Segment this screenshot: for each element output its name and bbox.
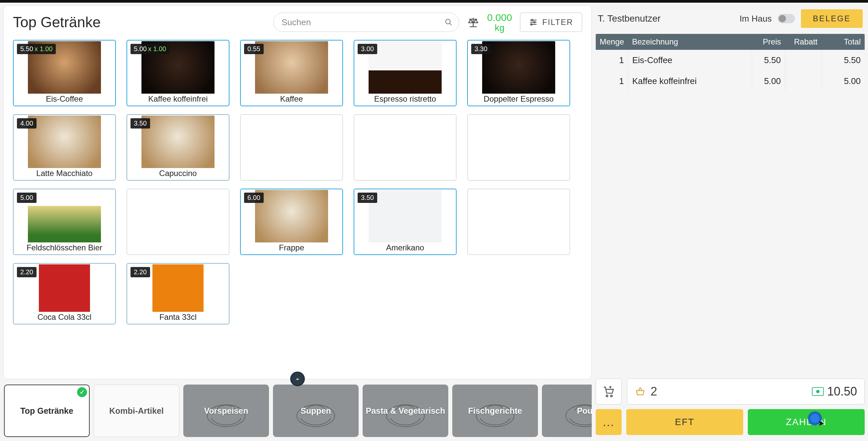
- product-price: 3.00: [361, 45, 374, 53]
- product-slot-empty: [240, 114, 343, 181]
- product-price: 5.00: [134, 45, 147, 53]
- category-card[interactable]: Pou: [542, 384, 592, 437]
- sliders-icon: [529, 18, 537, 27]
- category-card[interactable]: Vorspeisen: [183, 384, 269, 437]
- product-slot-empty: [126, 189, 229, 255]
- basket-icon: [634, 386, 646, 397]
- svg-point-16: [816, 390, 819, 393]
- scale-icon[interactable]: [467, 16, 479, 28]
- product-label: Coca Cola 33cl: [13, 312, 115, 322]
- product-qty: x 1.00: [34, 45, 53, 53]
- product-label: Kaffee: [241, 94, 342, 104]
- svg-point-3: [532, 20, 533, 21]
- os-topbar: [0, 0, 868, 3]
- price-badge: 2.20: [130, 267, 150, 277]
- product-label: Latte Macchiato: [13, 168, 115, 178]
- category-label: Top Getränke: [20, 406, 73, 416]
- product-card[interactable]: 2.20Coca Cola 33cl: [13, 263, 116, 324]
- product-price: 3.30: [474, 45, 488, 53]
- weight-display: 0.000 kg: [487, 12, 512, 33]
- svg-point-13: [606, 395, 608, 397]
- cell-total: 5.50: [822, 50, 865, 71]
- product-card[interactable]: 6.00Frappe: [240, 189, 343, 255]
- price-badge: 3.30: [471, 44, 491, 54]
- product-slot-empty: [354, 114, 457, 181]
- cell-qty: 1: [596, 71, 628, 92]
- price-badge: 6.00: [244, 193, 264, 203]
- location-toggle[interactable]: [778, 14, 795, 23]
- cell-price: 5.00: [752, 71, 785, 92]
- col-discount: Rabatt: [785, 34, 822, 50]
- cart-button[interactable]: [596, 379, 622, 405]
- table-row[interactable]: 1Kaffee koffeinfrei5.005.00: [596, 71, 865, 92]
- svg-line-1: [450, 23, 452, 25]
- order-table: Menge Bezeichnung Preis Rabatt Total 1Ei…: [596, 34, 865, 92]
- product-label: Eis-Coffee: [13, 94, 115, 104]
- category-card[interactable]: Fischgerichte: [452, 384, 538, 437]
- table-row[interactable]: 1Eis-Coffee5.505.50: [596, 50, 865, 71]
- col-qty: Menge: [596, 34, 628, 50]
- price-badge: 3.50: [358, 193, 377, 203]
- product-card[interactable]: 4.00Latte Macchiato: [13, 114, 116, 181]
- receipts-button[interactable]: BELEGE: [801, 9, 863, 28]
- category-card[interactable]: Suppen: [273, 384, 359, 437]
- order-summary: 2 10.50: [627, 379, 865, 405]
- category-card[interactable]: Kombi-Artikel: [94, 384, 179, 437]
- product-card[interactable]: 3.00Espresso ristretto: [354, 40, 457, 106]
- page-title: Top Getränke: [13, 14, 101, 31]
- cell-price: 5.50: [752, 50, 785, 71]
- order-total: 10.50: [827, 384, 857, 399]
- price-badge: 2.20: [17, 267, 36, 277]
- cell-desc: Eis-Coffee: [628, 50, 752, 71]
- cell-total: 5.00: [822, 71, 865, 92]
- product-image: [369, 41, 442, 94]
- product-label: Feldschlösschen Bier: [13, 243, 115, 252]
- search-input[interactable]: [273, 12, 459, 32]
- location-label: Im Haus: [740, 13, 772, 24]
- product-card[interactable]: 5.50x 1.00Eis-Coffee: [13, 40, 116, 106]
- svg-point-5: [534, 22, 535, 23]
- cell-discount: [785, 50, 822, 71]
- product-card[interactable]: 2.20Fanta 33cl: [126, 263, 229, 324]
- price-badge: 3.50: [130, 118, 150, 128]
- product-card[interactable]: 3.50Amerikano: [354, 189, 457, 255]
- check-icon: ✓: [77, 387, 87, 397]
- product-image: [255, 190, 328, 243]
- more-actions-button[interactable]: ...: [596, 409, 622, 435]
- product-image: [255, 41, 328, 94]
- product-label: Amerikano: [354, 243, 456, 252]
- category-card[interactable]: Top Getränke✓: [4, 384, 90, 437]
- svg-point-7: [531, 24, 532, 25]
- price-badge: 5.00: [17, 193, 36, 203]
- pay-button[interactable]: ZAHLEN ➤: [748, 409, 865, 435]
- cart-add-icon: [602, 385, 615, 398]
- products-panel: Top Getränke 0.000 kg FILTER 5.50x 1.00E…: [3, 5, 592, 379]
- product-image: [142, 264, 215, 317]
- product-label: Frappe: [241, 243, 342, 252]
- eft-button[interactable]: EFT: [626, 409, 743, 435]
- collapse-toggle[interactable]: [290, 372, 305, 386]
- product-card[interactable]: 5.00Feldschlösschen Bier: [13, 189, 116, 255]
- order-panel: T. Testbenutzer Im Haus BELEGE Menge Bez…: [596, 5, 865, 438]
- product-price: 0.55: [247, 45, 260, 53]
- product-card[interactable]: 3.50Capuccino: [126, 114, 229, 181]
- product-label: Espresso ristretto: [354, 94, 456, 104]
- price-badge: 4.00: [17, 118, 36, 128]
- category-label: Pou: [577, 406, 592, 416]
- product-price: 5.00: [20, 194, 33, 201]
- product-card[interactable]: 3.30Doppelter Espresso: [467, 40, 570, 106]
- col-total: Total: [822, 34, 865, 50]
- product-card[interactable]: 5.00x 1.00Kaffee koffeinfrei: [126, 40, 229, 106]
- price-badge: 0.55: [244, 44, 264, 54]
- product-image: [28, 190, 101, 243]
- filter-button[interactable]: FILTER: [520, 12, 582, 32]
- product-card[interactable]: 0.55Kaffee: [240, 40, 343, 106]
- product-price: 5.50: [20, 45, 33, 53]
- money-icon: [812, 387, 824, 396]
- category-label: Kombi-Artikel: [109, 406, 164, 416]
- product-label: Fanta 33cl: [127, 312, 229, 322]
- category-card[interactable]: Pasta & Vegetarisch: [363, 384, 448, 437]
- svg-point-14: [611, 395, 612, 397]
- product-image: [28, 116, 101, 169]
- chevron-up-icon: [294, 376, 301, 382]
